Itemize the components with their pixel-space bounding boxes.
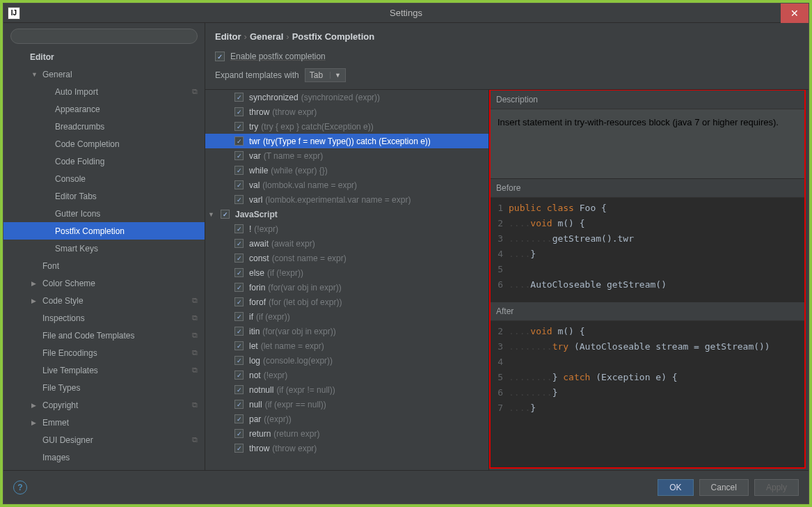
template-item-val[interactable]: val (lombok.val name = expr) — [205, 178, 488, 192]
template-checkbox[interactable] — [234, 414, 244, 423]
copy-icon[interactable]: ⧉ — [192, 331, 198, 340]
template-item-const[interactable]: const (const name = expr) — [205, 251, 488, 265]
template-item-return[interactable]: return (return expr) — [205, 426, 488, 441]
apply-button[interactable]: Apply — [754, 479, 799, 496]
group-checkbox[interactable] — [221, 210, 230, 219]
search-input[interactable] — [10, 29, 198, 44]
ok-button[interactable]: OK — [658, 479, 693, 496]
sidebar-item-editor-tabs[interactable]: Editor Tabs — [3, 187, 205, 205]
copy-icon[interactable]: ⧉ — [192, 348, 198, 357]
sidebar-item-file-encodings[interactable]: File Encodings⧉ — [3, 344, 205, 361]
sidebar-item-file-and-code-templates[interactable]: File and Code Templates⧉ — [3, 327, 205, 344]
template-item-try[interactable]: try (try { exp } catch(Exception e)) — [205, 119, 488, 134]
template-checkbox[interactable] — [234, 283, 244, 292]
sidebar-item-postfix-completion[interactable]: Postfix Completion — [3, 222, 205, 240]
template-checkbox[interactable] — [234, 370, 244, 380]
sidebar-item-copyright[interactable]: ▶Copyright⧉ — [3, 396, 205, 414]
template-item-twr[interactable]: twr (try(Type f = new Type()) catch (Exc… — [205, 134, 488, 148]
template-checkbox[interactable] — [234, 224, 244, 233]
template-checkbox[interactable] — [234, 429, 244, 438]
template-item-await[interactable]: await (await expr) — [205, 236, 488, 251]
template-checkbox[interactable] — [234, 166, 244, 175]
sidebar-item-emmet[interactable]: ▶Emmet — [3, 414, 205, 431]
template-checkbox[interactable] — [234, 254, 244, 263]
copy-icon[interactable]: ⧉ — [192, 366, 198, 375]
template-item-var[interactable]: var (T name = expr) — [205, 148, 488, 163]
template-item-not[interactable]: not (!expr) — [205, 368, 488, 382]
template-checkbox[interactable] — [234, 195, 244, 204]
code-line: 7....} — [491, 400, 804, 416]
cancel-button[interactable]: Cancel — [699, 479, 749, 496]
template-checkbox[interactable] — [234, 356, 244, 365]
template-item-itin[interactable]: itin (for(var obj in expr)) — [205, 324, 488, 338]
template-checkbox[interactable] — [234, 385, 244, 394]
chevron-icon[interactable]: ▶ — [31, 402, 36, 409]
template-checkbox[interactable] — [234, 268, 244, 277]
sidebar-item-smart-keys[interactable]: Smart Keys — [3, 240, 205, 257]
template-checkbox[interactable] — [234, 107, 244, 116]
sidebar-item-general[interactable]: ▼General — [3, 65, 205, 83]
expand-templates-select[interactable]: Tab▼ — [305, 68, 346, 82]
chevron-icon[interactable]: ▶ — [31, 280, 36, 287]
template-checkbox[interactable] — [234, 327, 244, 336]
template-checkbox[interactable] — [234, 341, 244, 350]
sidebar-item-file-types[interactable]: File Types — [3, 379, 205, 396]
copy-icon[interactable]: ⧉ — [192, 296, 198, 305]
enable-postfix-checkbox[interactable] — [215, 52, 225, 61]
help-button[interactable]: ? — [13, 481, 27, 494]
copy-icon[interactable]: ⧉ — [192, 87, 198, 96]
template-item-forin[interactable]: forin (for(var obj in expr)) — [205, 280, 488, 295]
template-group-javascript[interactable]: ▼JavaScript — [205, 207, 488, 221]
sidebar-item-code-folding[interactable]: Code Folding — [3, 153, 205, 170]
template-item-log[interactable]: log (console.log(expr)) — [205, 353, 488, 368]
sidebar-item-appearance[interactable]: Appearance — [3, 100, 205, 118]
chevron-icon[interactable]: ▶ — [31, 419, 36, 426]
template-item-varl[interactable]: varl (lombok.experimental.var name = exp… — [205, 192, 488, 207]
code-line: 4....} — [491, 247, 804, 262]
sidebar-item-code-completion[interactable]: Code Completion — [3, 135, 205, 153]
template-item-par[interactable]: par ((expr)) — [205, 412, 488, 426]
template-checkbox[interactable] — [234, 151, 244, 160]
template-checkbox[interactable] — [234, 180, 244, 189]
template-item-while[interactable]: while (while (expr) {}) — [205, 163, 488, 178]
copy-icon[interactable]: ⧉ — [192, 435, 198, 444]
copy-icon[interactable]: ⧉ — [192, 400, 198, 410]
sidebar-item-images[interactable]: Images — [3, 448, 205, 466]
sidebar-item-font[interactable]: Font — [3, 257, 205, 274]
template-key: else — [249, 268, 264, 278]
template-item-let[interactable]: let (let name = expr) — [205, 338, 488, 353]
template-item-notnull[interactable]: notnull (if (expr != null)) — [205, 382, 488, 397]
template-checkbox[interactable] — [234, 93, 244, 102]
template-item-else[interactable]: else (if (!expr)) — [205, 265, 488, 280]
template-item-null[interactable]: null (if (expr == null)) — [205, 397, 488, 412]
template-item-synchronized[interactable]: synchronized (synchronized (expr)) — [205, 90, 488, 104]
template-checkbox[interactable] — [234, 297, 244, 306]
sidebar-item-breadcrumbs[interactable]: Breadcrumbs — [3, 118, 205, 135]
copy-icon[interactable]: ⧉ — [192, 313, 198, 322]
sidebar-item-auto-import[interactable]: Auto Import⧉ — [3, 83, 205, 100]
template-item-[interactable]: ! (!expr) — [205, 221, 488, 236]
template-checkbox[interactable] — [234, 122, 244, 131]
sidebar-item-console[interactable]: Console — [3, 170, 205, 187]
template-checkbox[interactable] — [234, 400, 244, 409]
template-checkbox[interactable] — [234, 444, 244, 453]
template-checkbox[interactable] — [234, 312, 244, 321]
sidebar-item-gui-designer[interactable]: GUI Designer⧉ — [3, 431, 205, 448]
template-list[interactable]: synchronized (synchronized (expr))throw … — [205, 90, 489, 470]
sidebar-item-code-style[interactable]: ▶Code Style⧉ — [3, 292, 205, 309]
chevron-icon[interactable]: ▼ — [31, 71, 38, 78]
template-checkbox[interactable] — [234, 136, 244, 146]
line-content: ....void m() { — [509, 216, 804, 231]
sidebar-item-inspections[interactable]: Inspections⧉ — [3, 309, 205, 327]
sidebar-item-gutter-icons[interactable]: Gutter Icons — [3, 205, 205, 222]
code-line: 6........} — [491, 385, 804, 400]
chevron-icon[interactable]: ▶ — [31, 297, 36, 304]
template-item-forof[interactable]: forof (for (let obj of expr)) — [205, 295, 488, 309]
template-item-if[interactable]: if (if (expr)) — [205, 309, 488, 324]
template-item-throw[interactable]: throw (throw expr) — [205, 441, 488, 455]
sidebar-item-live-templates[interactable]: Live Templates⧉ — [3, 361, 205, 379]
template-item-throw[interactable]: throw (throw expr) — [205, 104, 488, 119]
close-button[interactable]: ✕ — [781, 3, 809, 23]
template-checkbox[interactable] — [234, 239, 244, 248]
sidebar-item-color-scheme[interactable]: ▶Color Scheme — [3, 274, 205, 292]
